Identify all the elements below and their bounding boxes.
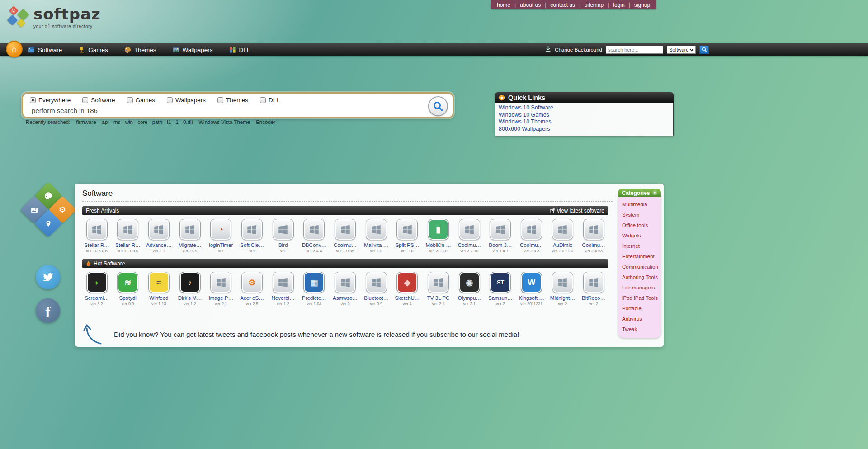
software-item[interactable]: WKingsoft …ver 2011221 [517,272,546,306]
software-item[interactable]: Coolmu…ver 3.2.10 [455,219,484,253]
software-item[interactable]: Midnight…ver 2 [548,272,577,306]
filter-radio-software[interactable] [82,97,88,103]
category-link-multimedia[interactable]: Multimedia [618,199,661,209]
recently-searched-label: Recently searched: [26,119,70,125]
software-item[interactable]: ▮MobiKin …ver 3.2.10 [424,219,453,253]
recent-search-link[interactable]: firmware [76,119,96,125]
software-item[interactable]: ◉Olympu…ver 2.1 [455,272,484,306]
software-item[interactable]: Stellar R…ver 10.5.0.6 [82,219,111,253]
software-item[interactable]: AuDimixver 1.0.21.0 [548,219,577,253]
software-item[interactable]: Mailvita …ver 1.0 [362,219,391,253]
nav-item-software[interactable]: Software [28,47,62,53]
software-item[interactable]: ≋Spotydlver 0.9 [113,272,142,306]
software-item[interactable]: Neverbl…ver 1.2 [269,272,297,306]
software-item[interactable]: Split PS…ver 1.0 [393,219,422,253]
nav-item-games[interactable]: Games [78,47,108,53]
top-nav-link-contact-us[interactable]: contact us [550,2,575,8]
category-link-authoring-tools[interactable]: Authoring Tools [618,272,661,282]
nav-item-themes[interactable]: Themes [124,47,156,53]
logo[interactable]: @ softpaz your #1 software directory [8,6,101,30]
windows-logo-icon [588,277,599,288]
software-item[interactable]: Coolmu…ver 1.0.35 [331,219,360,253]
quick-link-windows-10-software[interactable]: Windows 10 Software [499,104,670,112]
recent-search-link[interactable]: Windows Vista Theme [198,119,250,125]
app-icon [335,219,356,240]
search-filter-wallpapers[interactable]: Wallpapers [167,97,206,104]
category-link-antivirus[interactable]: Antivirus [618,313,661,324]
software-item[interactable]: TV 3L PCver 2.1 [424,272,453,306]
top-nav-link-home[interactable]: home [497,2,510,8]
software-item[interactable]: ≈Winfeedver 1.13 [144,272,173,306]
software-item[interactable]: DBConv…ver 3.4.4 [300,219,329,253]
software-item[interactable]: STSamsun…ver 2 [486,272,515,306]
filter-radio-wallpapers[interactable] [167,97,173,103]
recent-search-link[interactable]: api - ms - win - core - path - l1 - 1 - … [102,119,193,125]
app-version: ver 2.5 [246,302,259,306]
app-version: ver 2.1 [215,302,227,306]
quick-link-800x600-wallpapers[interactable]: 800x600 Wallpapers [499,126,670,133]
filter-radio-dll[interactable] [260,97,266,103]
software-item[interactable]: BitReco…ver 2 [579,272,608,306]
recent-search-link[interactable]: Encoder [256,119,275,125]
external-link-icon [550,208,555,213]
software-item[interactable]: Coolmu…ver 2.3.3 [517,219,546,253]
home-button[interactable]: ⌂ [6,41,23,57]
top-nav-link-sitemap[interactable]: sitemap [585,2,604,8]
search-filter-software[interactable]: Software [82,97,115,104]
main-search-button[interactable] [428,96,448,116]
search-category-select[interactable]: Software [667,46,696,54]
search-filter-themes[interactable]: Themes [217,97,248,104]
software-item[interactable]: Soft Cle…ver [237,219,266,253]
change-background-label[interactable]: Change Background [555,47,602,52]
software-item[interactable]: ▦Predicte…ver 1.04 [300,272,329,306]
top-nav-link-signup[interactable]: signup [634,2,650,8]
software-item[interactable]: Bluetoot…ver 0.9 [362,272,391,306]
software-item[interactable]: Birdver [269,219,297,253]
software-item[interactable]: Image P…ver 2.1 [207,272,236,306]
software-item[interactable]: ◗Screami…ver 8.2 [82,272,111,306]
category-link-entertainment[interactable]: Entertainment [618,251,661,261]
navbar-search-input[interactable] [606,46,663,54]
category-link-portable[interactable]: Portable [618,303,661,313]
category-link-ipod-ipad-tools[interactable]: iPod iPad Tools [618,293,661,303]
category-link-widgets[interactable]: Widgets [618,230,661,241]
twitter-button[interactable] [36,265,60,289]
filter-radio-themes[interactable] [217,97,223,103]
view-latest-software-link[interactable]: view latest software [550,208,604,214]
category-link-tweak[interactable]: Tweak [618,324,661,334]
software-item[interactable]: Coolmu…ver 2.4.53 [579,219,608,253]
category-link-office-tools[interactable]: Office tools [618,220,661,230]
category-link-file-managers[interactable]: File managers [618,282,661,293]
search-filter-games[interactable]: Games [127,97,156,104]
software-item[interactable]: MIgrate…ver 23.9 [175,219,204,253]
software-item[interactable]: ⚙Acer eS…ver 2.5 [237,272,266,306]
navbar-search-button[interactable] [699,46,709,54]
search-filter-everywhere[interactable]: Everywhere [30,97,71,104]
facebook-button[interactable]: f [36,298,60,323]
quick-link-windows-10-games[interactable]: Windows 10 Games [499,112,670,119]
software-item[interactable]: Stellar R…ver 11.1.0.0 [113,219,142,253]
top-nav-link-about-us[interactable]: about us [520,2,541,8]
quick-link-windows-10-themes[interactable]: Windows 10 Themes [499,118,670,126]
categories-header[interactable]: Categories ▼ [618,189,661,197]
app-icon: ◆ [396,272,418,293]
category-link-communication[interactable]: Communication [618,261,661,272]
main-search-input[interactable] [28,107,408,114]
software-item[interactable]: Advance…ver 2.1 [144,219,173,253]
software-item[interactable]: Asmwso…ver 9 [331,272,360,306]
nav-item-dll[interactable]: DLL [229,47,250,53]
category-link-system[interactable]: System [618,209,661,220]
change-background-icon[interactable] [545,46,551,54]
search-filter-dll[interactable]: DLL [260,97,280,104]
filter-radio-everywhere[interactable] [30,97,36,103]
software-item[interactable]: ◆SketchU…ver 4 [393,272,422,306]
software-item[interactable]: ◔loginTimerver [207,219,236,253]
fresh-arrivals-header: Fresh Arrivals view latest software [82,206,608,215]
filter-radio-games[interactable] [127,97,133,103]
software-item[interactable]: ♪Dirk's M…ver 1.2 [175,272,204,306]
nav-item-wallpapers[interactable]: Wallpapers [173,47,213,53]
top-nav-link-login[interactable]: login [613,2,624,8]
app-name: Samsun… [488,295,513,301]
software-item[interactable]: Boom 3…ver 1.4.7 [486,219,515,253]
category-link-internet[interactable]: Internet [618,241,661,251]
